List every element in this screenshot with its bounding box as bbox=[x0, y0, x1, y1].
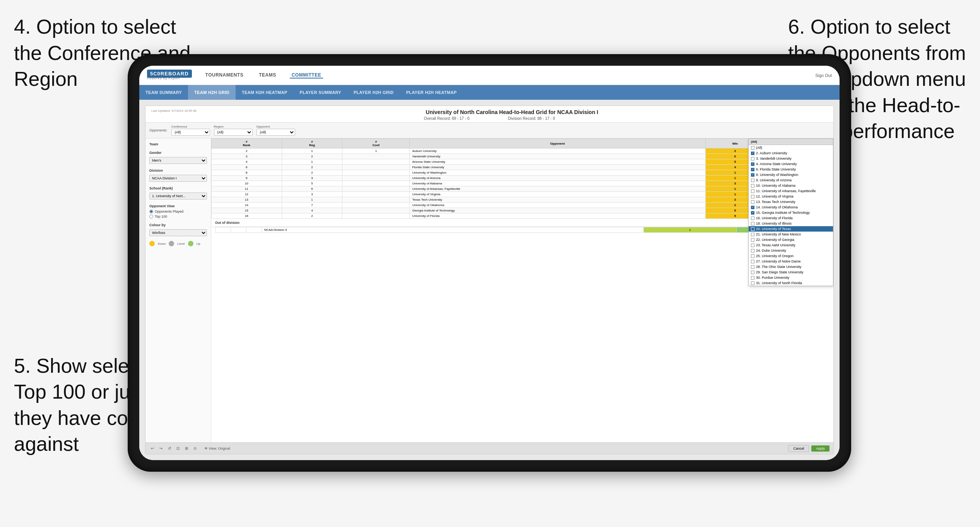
dropdown-item[interactable]: 13. Texas Tech University bbox=[749, 199, 833, 205]
dropdown-item[interactable]: 24. Duke University bbox=[749, 248, 833, 253]
sidebar-division-section: Division NCAA Division I bbox=[149, 169, 207, 182]
subnav-h2h-grid[interactable]: TEAM H2H GRID bbox=[188, 85, 236, 100]
filter-row: Opponents: Conference (All) Region (All) bbox=[145, 123, 833, 138]
dropdown-checkbox bbox=[751, 271, 754, 274]
school-select[interactable]: 1. University of Nort... bbox=[149, 193, 207, 200]
table-row: 3 2 Vanderbilt University 0 4 bbox=[212, 154, 833, 159]
subnav-player-summary[interactable]: PLAYER SUMMARY bbox=[294, 85, 347, 100]
dropdown-item[interactable]: 3. Vanderbilt University bbox=[749, 156, 833, 161]
dropdown-checkbox bbox=[751, 265, 754, 269]
legend-down-label: Down bbox=[158, 242, 166, 246]
th-reg: #Reg bbox=[282, 139, 342, 148]
subnav-player-h2h-heatmap[interactable]: PLAYER H2H HEATMAP bbox=[400, 85, 463, 100]
dropdown-item[interactable]: 23. Texas A&M University bbox=[749, 242, 833, 248]
clock-button[interactable]: ⊙ bbox=[192, 445, 198, 451]
radio-opponents-played[interactable]: Opponents Played bbox=[149, 210, 207, 213]
dropdown-item[interactable]: ✓8. University of Washington bbox=[749, 172, 833, 177]
dropdown-checkbox: ✓ bbox=[751, 168, 754, 171]
radio-top100[interactable]: Top 100 bbox=[149, 215, 207, 218]
refresh-button[interactable]: ↺ bbox=[166, 445, 173, 451]
td-conf bbox=[342, 176, 410, 181]
dropdown-checkbox bbox=[751, 233, 754, 236]
dropdown-item-label: 22. University of Georgia bbox=[756, 238, 794, 242]
dropdown-item[interactable]: 30. Purdue University bbox=[749, 275, 833, 280]
dropdown-checkbox bbox=[751, 146, 754, 150]
td-opponent: University of Alabama bbox=[410, 181, 705, 186]
copy-button[interactable]: ⊞ bbox=[183, 445, 190, 451]
th-conf: #Conf bbox=[342, 139, 410, 148]
opponent-dropdown[interactable]: (All) (All)✓2. Auburn University3. Vande… bbox=[748, 138, 833, 286]
td-conf bbox=[342, 186, 410, 192]
region-select[interactable]: (All) bbox=[214, 129, 253, 136]
dropdown-item[interactable]: 16. University of Florida bbox=[749, 215, 833, 221]
td-conf bbox=[342, 208, 410, 213]
subnav-team-summary[interactable]: TEAM SUMMARY bbox=[139, 85, 188, 100]
dropdown-item[interactable]: 31. University of North Florida bbox=[749, 280, 833, 286]
gender-select[interactable]: Men's bbox=[149, 157, 207, 164]
dropdown-item-label: 25. University of Oregon bbox=[756, 254, 794, 258]
content-area: Last Updated: 4/7/2014 16:55:38 Universi… bbox=[139, 100, 840, 460]
division-select[interactable]: NCAA Division I bbox=[149, 175, 207, 182]
td-reg: 6 bbox=[282, 186, 342, 192]
dropdown-item[interactable]: 9. University of Arizona bbox=[749, 177, 833, 183]
opponent-view-radio-group: Opponents Played Top 100 bbox=[149, 210, 207, 218]
td-rank-empty bbox=[215, 227, 231, 233]
dropdown-item[interactable]: ✓15. Georgia Institute of Technology bbox=[749, 210, 833, 215]
td-rank: 10 bbox=[212, 181, 282, 186]
dropdown-item[interactable]: 11. University of Arkansas, Fayetteville bbox=[749, 188, 833, 194]
td-reg: 4 bbox=[282, 208, 342, 213]
dropdown-item[interactable]: 21. University of New Mexico bbox=[749, 232, 833, 237]
panel-title: University of North Carolina Head-to-Hea… bbox=[197, 109, 828, 115]
sign-out-link[interactable]: Sign Out bbox=[815, 73, 832, 78]
dropdown-item[interactable]: ✓14. University of Oklahoma bbox=[749, 205, 833, 210]
opponent-select[interactable]: (All) bbox=[257, 129, 295, 136]
dropdown-item[interactable]: ✓2. Auburn University bbox=[749, 150, 833, 156]
legend-up-dot bbox=[188, 241, 193, 246]
td-conf: 1 bbox=[342, 148, 410, 154]
dropdown-checkbox bbox=[751, 260, 754, 263]
table-row: 13 1 Texas Tech University 3 0 bbox=[212, 197, 833, 203]
redo-button[interactable]: ↪ bbox=[158, 445, 164, 451]
dropdown-item[interactable]: 25. University of Oregon bbox=[749, 253, 833, 259]
dropdown-item[interactable]: 10. University of Alabama bbox=[749, 183, 833, 188]
subnav-player-h2h-grid[interactable]: PLAYER H2H GRID bbox=[347, 85, 400, 100]
dropdown-items-container: (All)✓2. Auburn University3. Vanderbilt … bbox=[749, 145, 833, 286]
conference-select[interactable]: (All) bbox=[171, 129, 210, 136]
nav-tournaments[interactable]: TOURNAMENTS bbox=[204, 72, 246, 78]
dropdown-item[interactable]: 20. University of Texas bbox=[749, 226, 833, 232]
tablet-frame: 5C0REBOARD Powered by nSport TOURNAMENTS… bbox=[128, 54, 851, 472]
undo-button[interactable]: ↩ bbox=[149, 445, 156, 451]
td-opponent: Georgia Institute of Technology bbox=[410, 208, 705, 213]
dropdown-item[interactable]: ✓4. Arizona State University bbox=[749, 161, 833, 167]
dropdown-header: (All) bbox=[749, 139, 833, 145]
td-opponent: University of Arizona bbox=[410, 176, 705, 181]
colour-by-select[interactable]: Win/loss bbox=[149, 229, 207, 236]
pause-button[interactable]: ⊡ bbox=[175, 445, 181, 451]
nav-committee[interactable]: COMMITTEE bbox=[290, 72, 323, 78]
td-rank: 13 bbox=[212, 197, 282, 203]
dropdown-item[interactable]: 28. The Ohio State University bbox=[749, 264, 833, 269]
td-rank: 9 bbox=[212, 176, 282, 181]
nav-teams[interactable]: TEAMS bbox=[257, 72, 278, 78]
td-conf bbox=[342, 170, 410, 176]
subnav-h2h-heatmap[interactable]: TEAM H2H HEATMAP bbox=[236, 85, 294, 100]
panel-body: Team Gender Men's Division NCAA Division… bbox=[145, 138, 833, 442]
dropdown-checkbox bbox=[751, 189, 754, 193]
apply-button[interactable]: Apply bbox=[811, 445, 829, 452]
cancel-button[interactable]: Cancel bbox=[788, 445, 809, 452]
dropdown-item[interactable]: 12. University of Virginia bbox=[749, 194, 833, 199]
dropdown-item[interactable]: 18. University of Illinois bbox=[749, 221, 833, 226]
td-opponent: University of Arkansas, Fayetteville bbox=[410, 186, 705, 192]
dropdown-checkbox: ✓ bbox=[751, 173, 754, 177]
legend-up-label: Up bbox=[197, 242, 200, 246]
dropdown-item[interactable]: (All) bbox=[749, 145, 833, 150]
sidebar-colour-section: Colour by Win/loss bbox=[149, 223, 207, 236]
dropdown-checkbox: ✓ bbox=[751, 152, 754, 155]
sidebar-opponent-view-section: Opponent View Opponents Played Top 100 bbox=[149, 204, 207, 218]
dropdown-item[interactable]: 22. University of Georgia bbox=[749, 237, 833, 242]
dropdown-checkbox: ✓ bbox=[751, 211, 754, 215]
dropdown-item[interactable]: 29. San Diego State University bbox=[749, 269, 833, 275]
dropdown-item[interactable]: 27. University of Notre Dame bbox=[749, 259, 833, 264]
table-row: 8 2 University of Washington 1 0 bbox=[212, 170, 833, 176]
dropdown-item[interactable]: ✓6. Florida State University bbox=[749, 167, 833, 172]
